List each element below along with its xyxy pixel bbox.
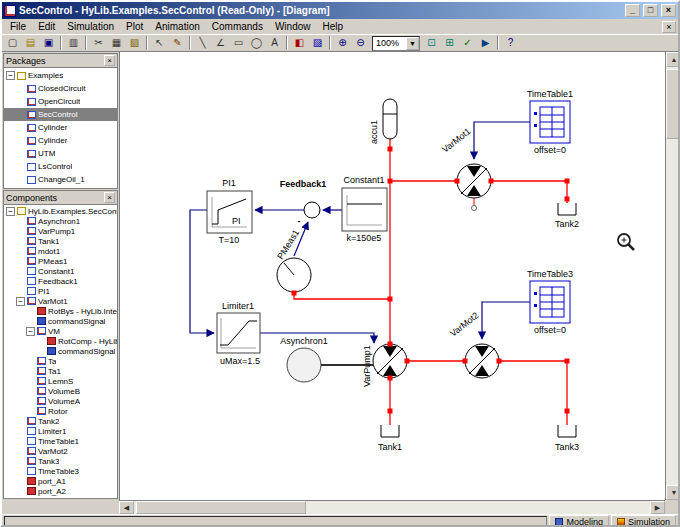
package-item-lscontrol[interactable]: LsControl <box>4 160 117 173</box>
menu-commands[interactable]: Commands <box>206 20 269 33</box>
rect-icon[interactable]: ▭ <box>230 35 247 51</box>
chevron-down-icon[interactable]: ▼ <box>406 37 419 50</box>
help-icon[interactable]: ? <box>502 35 519 51</box>
check-model-icon[interactable]: ✓ <box>459 35 476 51</box>
line-icon[interactable]: ╲ <box>194 35 211 51</box>
component-item-volumea[interactable]: VolumeA <box>4 396 117 406</box>
package-item-examples[interactable]: −Examples <box>4 69 117 82</box>
feedback1-symbol[interactable]: Feedback1 - <box>280 179 327 226</box>
run-icon[interactable]: ▶ <box>477 35 494 51</box>
component-item-feedback1[interactable]: Feedback1 <box>4 276 117 286</box>
paste-icon[interactable]: ▧ <box>126 35 143 51</box>
scroll-left-icon[interactable]: ◀ <box>119 501 134 514</box>
constant1-block[interactable]: Constant1 k=150e5 <box>342 175 387 243</box>
grid-icon[interactable]: ⊞ <box>441 35 458 51</box>
component-item-hylib-examples-seccontrol[interactable]: −HyLib.Examples.SecControl <box>4 206 117 216</box>
ellipse-icon[interactable]: ◯ <box>248 35 265 51</box>
package-item-cylinder[interactable]: Cylinder <box>4 121 117 134</box>
scroll-right-icon[interactable]: ▶ <box>650 501 665 514</box>
component-item-varmot1[interactable]: −VarMot1 <box>4 296 117 306</box>
zoom-out-icon[interactable]: ⊖ <box>352 35 369 51</box>
collapse-icon[interactable]: − <box>6 207 15 216</box>
tank1-symbol[interactable]: Tank1 <box>378 425 402 452</box>
print-icon[interactable]: ▥ <box>65 35 82 51</box>
vertical-scroll-thumb[interactable] <box>666 69 680 139</box>
component-item-ta1[interactable]: Ta1 <box>4 366 117 376</box>
package-item-changeoil-1[interactable]: ChangeOil_1 <box>4 173 117 186</box>
collapse-icon[interactable]: − <box>16 297 25 306</box>
vertical-scrollbar[interactable]: ▲ ▼ <box>665 52 680 500</box>
varmot1-symbol[interactable]: VarMot1 <box>440 126 491 210</box>
new-icon[interactable]: ▢ <box>4 35 21 51</box>
open-icon[interactable]: ▤ <box>22 35 39 51</box>
diagram-canvas[interactable]: accu1 TimeTable1 offset=0 <box>119 52 665 500</box>
menu-plot[interactable]: Plot <box>120 20 149 33</box>
package-item-opencircuit[interactable]: OpenCircuit <box>4 95 117 108</box>
copy-icon[interactable]: ▦ <box>108 35 125 51</box>
component-item-mdot1[interactable]: mdot1 <box>4 246 117 256</box>
text-icon[interactable]: A <box>266 35 283 51</box>
component-item-port-a2[interactable]: port_A2 <box>4 486 117 496</box>
tank2-symbol[interactable]: Tank2 <box>555 203 579 229</box>
pi1-block[interactable]: PI PI1 T=10 <box>207 178 252 245</box>
cut-icon[interactable]: ✂ <box>90 35 107 51</box>
component-item-rotcomp-hylib-interf[interactable]: RotComp - HyLib.Interf <box>4 336 117 346</box>
maximize-button[interactable]: □ <box>643 4 658 17</box>
line-color-icon[interactable]: ▨ <box>309 35 326 51</box>
varmot2-symbol[interactable]: VarMot2 <box>448 310 499 378</box>
component-item-limiter1[interactable]: Limiter1 <box>4 426 117 436</box>
component-item-rotbys-hylib-interfaces[interactable]: RotBys - HyLib.Interfaces <box>4 306 117 316</box>
collapse-icon[interactable]: − <box>6 71 15 80</box>
component-item-varmot2[interactable]: VarMot2 <box>4 446 117 456</box>
mdi-close-button[interactable]: × <box>662 21 676 33</box>
pmeas1-symbol[interactable]: PMeas1 <box>275 228 311 292</box>
zoom-in-icon[interactable]: ⊕ <box>334 35 351 51</box>
packages-close-icon[interactable]: × <box>104 55 115 66</box>
timetable3-block[interactable]: TimeTable3 offset=0 <box>527 269 573 335</box>
timetable1-block[interactable]: TimeTable1 offset=0 <box>527 89 573 155</box>
hydraulic-lines[interactable] <box>294 139 567 425</box>
component-item-lemns[interactable]: LemnS <box>4 376 117 386</box>
component-item-timetable1[interactable]: TimeTable1 <box>4 436 117 446</box>
limiter1-block[interactable]: Limiter1 uMax=1.5 <box>217 301 260 366</box>
menu-animation[interactable]: Animation <box>149 20 205 33</box>
menu-file[interactable]: File <box>4 20 32 33</box>
pointer-icon[interactable]: ↖ <box>151 35 168 51</box>
scroll-up-icon[interactable]: ▲ <box>666 52 680 67</box>
component-item-commandsignal[interactable]: commandSignal <box>4 316 117 326</box>
scroll-down-icon[interactable]: ▼ <box>666 485 680 500</box>
component-item-rotor[interactable]: Rotor <box>4 406 117 416</box>
component-item-ta[interactable]: Ta <box>4 356 117 366</box>
component-item-port-a1[interactable]: port_A1 <box>4 476 117 486</box>
menu-window[interactable]: Window <box>269 20 317 33</box>
minimize-button[interactable]: _ <box>625 4 640 17</box>
component-item-tank1[interactable]: Tank1 <box>4 236 117 246</box>
component-item-pi1[interactable]: PI1 <box>4 286 117 296</box>
component-item-constant1[interactable]: Constant1 <box>4 266 117 276</box>
component-item-vm[interactable]: −VM <box>4 326 117 336</box>
component-item-pmeas1[interactable]: PMeas1 <box>4 256 117 266</box>
tank3-symbol[interactable]: Tank3 <box>555 425 579 452</box>
asynchron1-symbol[interactable]: Asynchron1 <box>280 336 373 382</box>
component-item-asynchron1[interactable]: Asynchron1 <box>4 216 117 226</box>
polyline-icon[interactable]: ∠ <box>212 35 229 51</box>
package-item-seccontrol[interactable]: SecControl <box>4 108 117 121</box>
collapse-icon[interactable]: − <box>26 327 35 336</box>
component-item-tank2[interactable]: Tank2 <box>4 416 117 426</box>
package-item-closedcircuit[interactable]: ClosedCircuit <box>4 82 117 95</box>
save-icon[interactable]: ▣ <box>40 35 57 51</box>
accumulator-symbol[interactable]: accu1 <box>369 99 397 144</box>
component-item-timetable3[interactable]: TimeTable3 <box>4 466 117 476</box>
menu-edit[interactable]: Edit <box>32 20 61 33</box>
component-item-commandsignal[interactable]: commandSignal <box>4 346 117 356</box>
modeling-tab[interactable]: Modeling <box>549 515 609 527</box>
component-item-tank3[interactable]: Tank3 <box>4 456 117 466</box>
menu-help[interactable]: Help <box>316 20 349 33</box>
close-button[interactable]: × <box>661 4 676 17</box>
menu-simulation[interactable]: Simulation <box>61 20 120 33</box>
horizontal-scrollbar[interactable]: ◀ ▶ <box>119 500 665 514</box>
package-item-cylinder[interactable]: Cylinder <box>4 134 117 147</box>
fill-color-icon[interactable]: ◧ <box>291 35 308 51</box>
package-item-utm[interactable]: UTM <box>4 147 117 160</box>
pencil-icon[interactable]: ✎ <box>169 35 186 51</box>
